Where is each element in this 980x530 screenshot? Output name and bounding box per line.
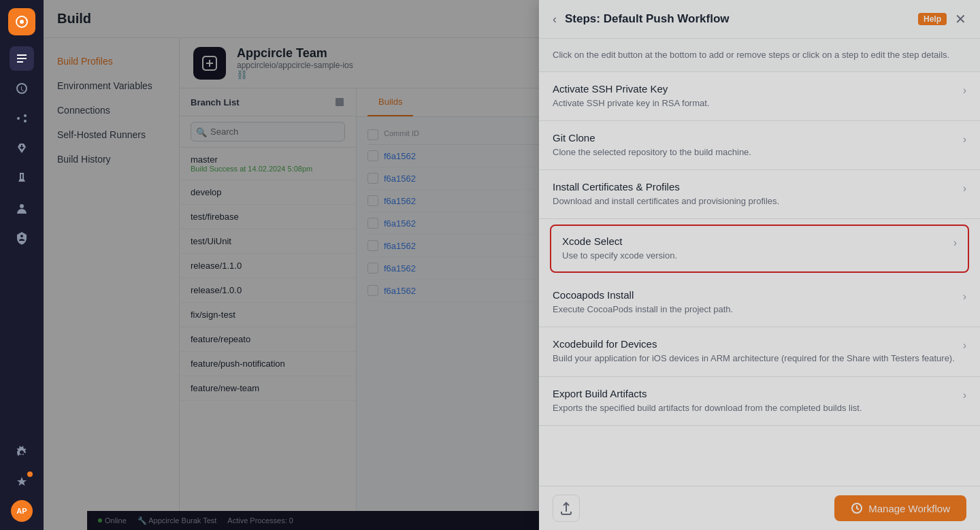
- panel-title: Steps: Default Push Workflow: [565, 12, 910, 26]
- step-export-artifacts[interactable]: Export Build Artifacts Exports the speci…: [539, 377, 980, 426]
- help-badge[interactable]: Help: [918, 13, 947, 25]
- app-logo[interactable]: [8, 8, 35, 35]
- sidebar-item-connections[interactable]: [10, 106, 34, 131]
- sidebar-item-env[interactable]: [10, 76, 34, 101]
- step-title: Export Build Artifacts: [553, 388, 862, 399]
- deploy-badge: [27, 471, 33, 477]
- step-desc: Build your application for iOS devices i…: [553, 352, 955, 365]
- step-desc: Exports the specified build artifacts fo…: [553, 402, 862, 414]
- step-title: Cocoapods Install: [553, 289, 733, 301]
- svg-point-1: [20, 20, 24, 24]
- svg-point-3: [24, 114, 27, 117]
- step-title: Xcode Select: [562, 235, 677, 247]
- step-desc: Execute CocoaPods install in the project…: [553, 303, 733, 316]
- step-desc: Download and install certificates and pr…: [553, 195, 779, 208]
- slide-panel: ‹ Steps: Default Push Workflow Help ✕ Cl…: [539, 0, 980, 530]
- step-xcode-select[interactable]: Xcode Select Use to specify xcode versio…: [550, 225, 969, 273]
- chevron-right-icon: ›: [963, 182, 966, 195]
- sidebar-item-settings[interactable]: [10, 440, 34, 465]
- sidebar-bottom: AP: [10, 440, 34, 522]
- chevron-right-icon: ›: [963, 291, 966, 303]
- panel-footer: Manage Workflow: [539, 486, 980, 530]
- panel-close-button[interactable]: ✕: [955, 11, 966, 27]
- svg-point-4: [24, 120, 27, 122]
- chevron-right-icon: ›: [963, 389, 966, 401]
- sidebar-item-build[interactable]: [10, 46, 34, 71]
- sidebar-item-deploy[interactable]: [10, 470, 34, 495]
- avatar[interactable]: AP: [11, 500, 33, 522]
- step-title: Install Certificates & Profiles: [553, 181, 779, 193]
- chevron-right-icon: ›: [953, 237, 957, 249]
- upload-button[interactable]: [553, 495, 580, 522]
- step-desc: Activate SSH private key in RSA format.: [553, 97, 709, 110]
- panel-hint: Click on the edit button at the bottom t…: [539, 39, 980, 72]
- sidebar-item-test[interactable]: [10, 166, 34, 191]
- step-desc: Use to specify xcode version.: [562, 250, 677, 262]
- step-xcodebuild[interactable]: Xcodebuild for Devices Build your applic…: [539, 327, 980, 376]
- step-activate-ssh[interactable]: Activate SSH Private Key Activate SSH pr…: [539, 72, 980, 121]
- chevron-right-icon: ›: [963, 84, 966, 97]
- panel-header: ‹ Steps: Default Push Workflow Help ✕: [539, 0, 980, 39]
- chevron-right-icon: ›: [963, 339, 966, 352]
- main-area: Build Build Profiles Environment Variabl…: [44, 0, 980, 530]
- step-git-clone[interactable]: Git Clone Clone the selected repository …: [539, 121, 980, 170]
- step-desc: Clone the selected repository to the bui…: [553, 146, 751, 159]
- sidebar-item-users[interactable]: [10, 196, 34, 220]
- svg-point-2: [17, 117, 20, 120]
- step-title: Git Clone: [553, 132, 751, 144]
- step-install-certs[interactable]: Install Certificates & Profiles Download…: [539, 170, 980, 219]
- step-cocoapods[interactable]: Cocoapods Install Execute CocoaPods inst…: [539, 278, 980, 327]
- panel-steps: Activate SSH Private Key Activate SSH pr…: [539, 72, 980, 486]
- sidebar-item-runners[interactable]: [10, 136, 34, 161]
- manage-workflow-button[interactable]: Manage Workflow: [834, 495, 966, 521]
- panel-back-button[interactable]: ‹: [553, 12, 557, 27]
- sidebar-item-sign[interactable]: [10, 226, 34, 250]
- chevron-right-icon: ›: [963, 133, 966, 146]
- step-title: Xcodebuild for Devices: [553, 338, 955, 350]
- step-title: Activate SSH Private Key: [553, 83, 709, 95]
- sidebar: AP: [0, 0, 44, 530]
